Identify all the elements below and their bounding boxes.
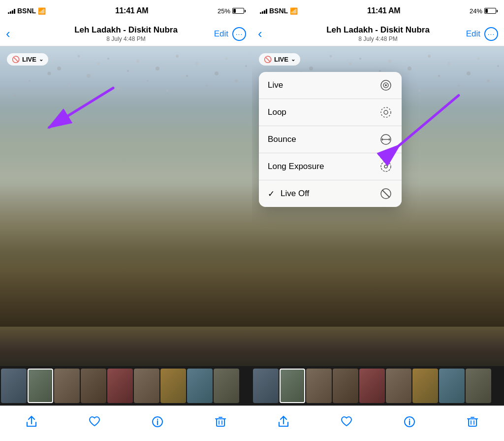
nav-subtitle-left: 8 July 4:48 PM <box>74 35 178 42</box>
battery-right: 24% <box>470 7 496 15</box>
loop-menu-icon <box>379 105 393 119</box>
menu-item-bounce[interactable]: Bounce <box>259 126 402 153</box>
svg-point-54 <box>447 62 451 66</box>
svg-point-44 <box>359 58 361 60</box>
battery-left: 25% <box>218 7 244 15</box>
svg-point-13 <box>136 60 140 63</box>
more-button-left[interactable]: ··· <box>232 27 246 41</box>
edit-button-right[interactable]: Edit <box>466 29 480 39</box>
signal-icon-right <box>260 8 267 14</box>
thumb-2[interactable] <box>28 369 53 403</box>
thumb-r7[interactable] <box>412 369 438 403</box>
thumb-r9[interactable] <box>466 369 491 403</box>
svg-point-20 <box>206 85 208 87</box>
svg-rect-78 <box>469 419 476 426</box>
svg-point-14 <box>147 80 149 82</box>
trash-button-left[interactable] <box>211 412 230 432</box>
thumb-r6[interactable] <box>386 369 411 403</box>
thumb-5[interactable] <box>107 369 133 403</box>
live-crossed-icon-left: 🚫 <box>12 56 20 63</box>
thumb-4[interactable] <box>81 369 106 403</box>
thumb-7[interactable] <box>160 369 186 403</box>
thumb-3[interactable] <box>54 369 80 403</box>
back-button-right[interactable]: ‹ <box>258 26 262 41</box>
more-button-right[interactable]: ··· <box>484 27 498 41</box>
share-button-left[interactable] <box>22 412 41 432</box>
edit-button-left[interactable]: Edit <box>214 29 228 39</box>
svg-point-56 <box>467 71 471 75</box>
svg-point-29 <box>157 418 158 419</box>
nav-actions-right: Edit ··· <box>466 27 498 41</box>
svg-point-64 <box>384 110 388 114</box>
svg-point-23 <box>235 79 238 82</box>
thumb-r4[interactable] <box>333 369 358 403</box>
share-button-right[interactable] <box>274 412 293 432</box>
svg-point-4 <box>97 62 100 65</box>
svg-point-62 <box>385 84 387 86</box>
nav-title-left: Leh Ladakh - Diskit Nubra <box>74 25 178 35</box>
wifi-icon-right: 📶 <box>290 7 298 15</box>
more-dots-left: ··· <box>236 31 243 37</box>
svg-point-16 <box>166 90 169 92</box>
svg-point-70 <box>384 165 387 168</box>
thumb-1[interactable] <box>1 369 27 403</box>
menu-item-loop[interactable]: Loop <box>259 99 402 126</box>
svg-point-24 <box>245 65 247 67</box>
thumb-6[interactable] <box>134 369 159 403</box>
live-button-right[interactable]: 🚫 LIVE ⌄ <box>259 53 300 66</box>
thumb-r5[interactable] <box>359 369 385 403</box>
svg-point-7 <box>68 85 70 87</box>
svg-rect-30 <box>217 419 224 426</box>
svg-point-22 <box>225 58 228 60</box>
trash-button-right[interactable] <box>463 412 482 432</box>
nav-title-group-left: Leh Ladakh - Diskit Nubra 8 July 4:48 PM <box>74 25 178 42</box>
svg-point-58 <box>487 79 490 82</box>
thumbnail-strip-right <box>252 366 504 406</box>
thumb-8[interactable] <box>187 369 213 403</box>
svg-marker-67 <box>381 138 383 141</box>
svg-point-48 <box>388 60 392 63</box>
menu-item-long-exposure[interactable]: Long Exposure <box>259 153 402 180</box>
status-left: BSNL 📶 <box>8 7 46 15</box>
thumb-r3[interactable] <box>306 369 332 403</box>
svg-point-12 <box>127 70 129 72</box>
svg-point-39 <box>349 62 352 65</box>
thumb-r8[interactable] <box>439 369 465 403</box>
svg-point-5 <box>29 80 31 82</box>
svg-point-53 <box>438 75 440 77</box>
time-right: 11:41 AM <box>367 6 400 15</box>
thumb-r2[interactable] <box>280 369 305 403</box>
back-button-left[interactable]: ‹ <box>6 26 10 41</box>
menu-item-live-off[interactable]: ✓ Live Off <box>259 180 402 207</box>
info-button-left[interactable] <box>148 412 167 432</box>
status-bar-right: BSNL 📶 11:41 AM 24% <box>252 0 504 22</box>
nav-actions-left: Edit ··· <box>214 27 246 41</box>
svg-point-38 <box>330 55 332 58</box>
nav-subtitle-right: 8 July 4:48 PM <box>326 35 430 42</box>
svg-point-11 <box>14 95 16 97</box>
info-button-right[interactable] <box>400 412 419 432</box>
thumb-9[interactable] <box>214 369 239 403</box>
live-off-checkmark: ✓ <box>268 189 275 199</box>
svg-point-50 <box>408 67 411 70</box>
nav-bar-left: ‹ Leh Ladakh - Diskit Nubra 8 July 4:48 … <box>0 22 252 46</box>
svg-point-77 <box>409 418 410 419</box>
menu-item-live[interactable]: Live <box>259 72 402 99</box>
svg-point-6 <box>48 72 51 75</box>
svg-point-3 <box>78 55 80 58</box>
nav-bar-right: ‹ Leh Ladakh - Diskit Nubra 8 July 4:48 … <box>252 22 504 46</box>
time-left: 11:41 AM <box>115 6 148 15</box>
photo-area-right: 🚫 LIVE ⌄ Live <box>252 46 504 366</box>
heart-button-left[interactable] <box>85 412 104 432</box>
svg-point-9 <box>107 58 109 60</box>
battery-icon-left <box>232 8 244 14</box>
carrier-right: BSNL <box>269 7 288 15</box>
thumb-r1[interactable] <box>253 369 279 403</box>
svg-line-72 <box>382 190 389 197</box>
heart-button-right[interactable] <box>337 412 356 432</box>
svg-point-69 <box>381 162 391 171</box>
menu-label-live: Live <box>268 80 283 90</box>
live-button-left[interactable]: 🚫 LIVE ⌄ <box>7 53 48 66</box>
nav-title-right: Leh Ladakh - Diskit Nubra <box>326 25 430 35</box>
photo-background-left <box>0 46 252 366</box>
